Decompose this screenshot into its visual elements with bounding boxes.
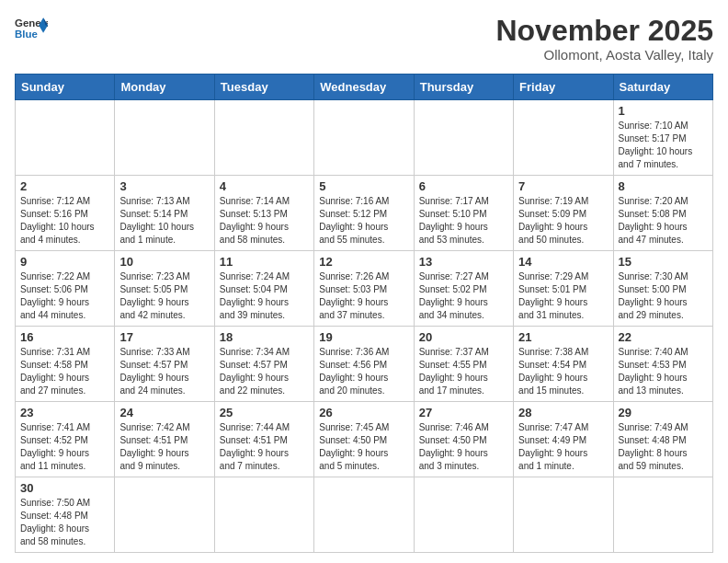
day-number: 21 <box>518 330 608 344</box>
day-info: Sunrise: 7:37 AM Sunset: 4:55 PM Dayligh… <box>419 346 508 397</box>
day-info: Sunrise: 7:45 AM Sunset: 4:50 PM Dayligh… <box>319 421 408 473</box>
calendar-cell: 19Sunrise: 7:36 AM Sunset: 4:56 PM Dayli… <box>314 327 414 402</box>
day-info: Sunrise: 7:27 AM Sunset: 5:02 PM Dayligh… <box>419 270 508 322</box>
weekday-header-friday: Friday <box>514 75 613 100</box>
day-number: 13 <box>419 255 508 269</box>
calendar-cell: 20Sunrise: 7:37 AM Sunset: 4:55 PM Dayli… <box>414 327 513 402</box>
calendar-cell <box>414 477 513 553</box>
calendar-cell <box>314 477 414 553</box>
calendar-cell <box>115 477 214 553</box>
day-info: Sunrise: 7:42 AM Sunset: 4:51 PM Dayligh… <box>119 421 209 473</box>
calendar-cell: 15Sunrise: 7:30 AM Sunset: 5:00 PM Dayli… <box>613 251 712 327</box>
day-number: 4 <box>220 179 309 193</box>
weekday-header-tuesday: Tuesday <box>214 75 313 100</box>
day-number: 16 <box>20 330 109 344</box>
month-title: November 2025 <box>495 15 713 47</box>
day-info: Sunrise: 7:34 AM Sunset: 4:57 PM Dayligh… <box>220 346 309 397</box>
calendar-cell: 4Sunrise: 7:14 AM Sunset: 5:13 PM Daylig… <box>214 176 313 251</box>
calendar-cell: 7Sunrise: 7:19 AM Sunset: 5:09 PM Daylig… <box>514 176 613 251</box>
day-info: Sunrise: 7:29 AM Sunset: 5:01 PM Dayligh… <box>518 270 608 322</box>
day-number: 23 <box>20 406 109 419</box>
day-info: Sunrise: 7:26 AM Sunset: 5:03 PM Dayligh… <box>319 270 408 322</box>
day-number: 22 <box>619 330 708 344</box>
day-info: Sunrise: 7:46 AM Sunset: 4:50 PM Dayligh… <box>419 421 508 473</box>
day-number: 2 <box>20 179 109 193</box>
calendar-cell: 23Sunrise: 7:41 AM Sunset: 4:52 PM Dayli… <box>16 402 115 477</box>
logo: General Blue <box>15 15 48 40</box>
day-info: Sunrise: 7:30 AM Sunset: 5:00 PM Dayligh… <box>619 270 708 322</box>
day-info: Sunrise: 7:49 AM Sunset: 4:48 PM Dayligh… <box>619 421 708 473</box>
day-number: 5 <box>319 179 408 193</box>
calendar-cell <box>414 100 513 176</box>
day-number: 12 <box>319 255 408 269</box>
generalblue-logo-icon: General Blue <box>15 15 48 40</box>
calendar-cell: 16Sunrise: 7:31 AM Sunset: 4:58 PM Dayli… <box>16 327 115 402</box>
calendar-cell: 11Sunrise: 7:24 AM Sunset: 5:04 PM Dayli… <box>214 251 313 327</box>
weekday-header-monday: Monday <box>115 75 214 100</box>
day-number: 11 <box>220 255 309 269</box>
day-number: 24 <box>119 406 209 419</box>
day-info: Sunrise: 7:13 AM Sunset: 5:14 PM Dayligh… <box>119 195 209 247</box>
day-number: 18 <box>220 330 309 344</box>
day-number: 3 <box>119 179 209 193</box>
day-info: Sunrise: 7:31 AM Sunset: 4:58 PM Dayligh… <box>20 346 109 397</box>
calendar-cell: 3Sunrise: 7:13 AM Sunset: 5:14 PM Daylig… <box>115 176 214 251</box>
day-number: 17 <box>119 330 209 344</box>
calendar-cell: 29Sunrise: 7:49 AM Sunset: 4:48 PM Dayli… <box>613 402 712 477</box>
calendar-cell: 1Sunrise: 7:10 AM Sunset: 5:17 PM Daylig… <box>613 100 712 176</box>
day-info: Sunrise: 7:16 AM Sunset: 5:12 PM Dayligh… <box>319 195 408 247</box>
calendar-cell <box>314 100 414 176</box>
day-number: 6 <box>419 179 508 193</box>
weekday-header-wednesday: Wednesday <box>314 75 414 100</box>
calendar-cell: 9Sunrise: 7:22 AM Sunset: 5:06 PM Daylig… <box>16 251 115 327</box>
title-block: November 2025 Ollomont, Aosta Valley, It… <box>495 15 713 63</box>
day-number: 25 <box>220 406 309 419</box>
day-info: Sunrise: 7:19 AM Sunset: 5:09 PM Dayligh… <box>518 195 608 247</box>
day-number: 19 <box>319 330 408 344</box>
calendar-cell: 8Sunrise: 7:20 AM Sunset: 5:08 PM Daylig… <box>613 176 712 251</box>
day-info: Sunrise: 7:12 AM Sunset: 5:16 PM Dayligh… <box>20 195 109 247</box>
calendar-cell <box>514 100 613 176</box>
calendar-cell: 12Sunrise: 7:26 AM Sunset: 5:03 PM Dayli… <box>314 251 414 327</box>
calendar-cell: 14Sunrise: 7:29 AM Sunset: 5:01 PM Dayli… <box>514 251 613 327</box>
calendar-cell: 21Sunrise: 7:38 AM Sunset: 4:54 PM Dayli… <box>514 327 613 402</box>
calendar-week-1: 1Sunrise: 7:10 AM Sunset: 5:17 PM Daylig… <box>16 100 713 176</box>
calendar-cell: 6Sunrise: 7:17 AM Sunset: 5:10 PM Daylig… <box>414 176 513 251</box>
day-number: 30 <box>20 481 109 495</box>
calendar-week-3: 9Sunrise: 7:22 AM Sunset: 5:06 PM Daylig… <box>16 251 713 327</box>
day-number: 20 <box>419 330 508 344</box>
weekday-header-row: SundayMondayTuesdayWednesdayThursdayFrid… <box>16 75 713 100</box>
calendar-cell: 17Sunrise: 7:33 AM Sunset: 4:57 PM Dayli… <box>115 327 214 402</box>
calendar-cell: 30Sunrise: 7:50 AM Sunset: 4:48 PM Dayli… <box>16 477 115 553</box>
calendar-cell: 27Sunrise: 7:46 AM Sunset: 4:50 PM Dayli… <box>414 402 513 477</box>
day-info: Sunrise: 7:20 AM Sunset: 5:08 PM Dayligh… <box>619 195 708 247</box>
day-number: 26 <box>319 406 408 419</box>
calendar-cell <box>214 477 313 553</box>
calendar-cell: 26Sunrise: 7:45 AM Sunset: 4:50 PM Dayli… <box>314 402 414 477</box>
day-number: 27 <box>419 406 508 419</box>
day-info: Sunrise: 7:33 AM Sunset: 4:57 PM Dayligh… <box>119 346 209 397</box>
weekday-header-saturday: Saturday <box>613 75 712 100</box>
day-info: Sunrise: 7:40 AM Sunset: 4:53 PM Dayligh… <box>619 346 708 397</box>
weekday-header-thursday: Thursday <box>414 75 513 100</box>
day-number: 14 <box>518 255 608 269</box>
calendar-cell: 24Sunrise: 7:42 AM Sunset: 4:51 PM Dayli… <box>115 402 214 477</box>
calendar-cell <box>613 477 712 553</box>
day-number: 7 <box>518 179 608 193</box>
weekday-header-sunday: Sunday <box>16 75 115 100</box>
page-header: General Blue November 2025 Ollomont, Aos… <box>15 15 713 63</box>
day-info: Sunrise: 7:50 AM Sunset: 4:48 PM Dayligh… <box>20 497 109 548</box>
day-info: Sunrise: 7:17 AM Sunset: 5:10 PM Dayligh… <box>419 195 508 247</box>
day-info: Sunrise: 7:47 AM Sunset: 4:49 PM Dayligh… <box>518 421 608 473</box>
day-info: Sunrise: 7:44 AM Sunset: 4:51 PM Dayligh… <box>220 421 309 473</box>
calendar-cell: 5Sunrise: 7:16 AM Sunset: 5:12 PM Daylig… <box>314 176 414 251</box>
day-info: Sunrise: 7:14 AM Sunset: 5:13 PM Dayligh… <box>220 195 309 247</box>
calendar-cell <box>514 477 613 553</box>
svg-text:Blue: Blue <box>15 29 38 40</box>
calendar-cell <box>214 100 313 176</box>
day-number: 1 <box>619 104 708 118</box>
day-number: 10 <box>119 255 209 269</box>
location-subtitle: Ollomont, Aosta Valley, Italy <box>495 47 713 63</box>
calendar-week-4: 16Sunrise: 7:31 AM Sunset: 4:58 PM Dayli… <box>16 327 713 402</box>
calendar-cell: 25Sunrise: 7:44 AM Sunset: 4:51 PM Dayli… <box>214 402 313 477</box>
